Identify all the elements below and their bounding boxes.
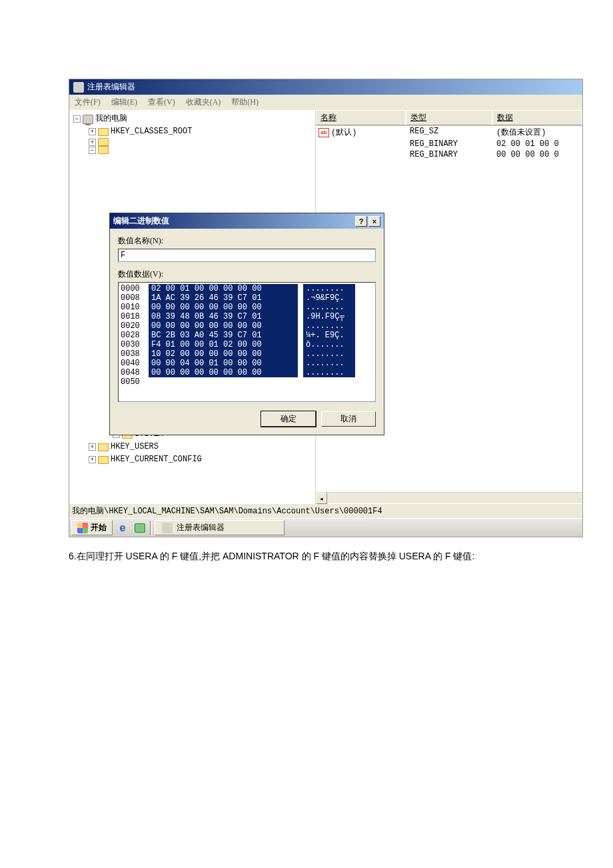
scroll-left-icon[interactable]: ◂ (316, 493, 327, 504)
dialog-titlebar: 编辑二进制数值 ? × (110, 213, 384, 229)
scrollbar-horizontal[interactable]: ◂ (316, 492, 582, 503)
app-icon (162, 523, 173, 533)
close-button[interactable]: × (368, 216, 380, 227)
list-row[interactable]: REG_BINARY 00 00 00 00 0 (316, 149, 582, 160)
expander-icon[interactable]: + (89, 139, 96, 146)
taskbar: 开始 e 注册表编辑器 (69, 518, 582, 537)
col-type[interactable]: 类型 (406, 110, 492, 125)
expander-icon[interactable]: − (73, 115, 81, 123)
menu-help[interactable]: 帮助(H) (231, 97, 259, 108)
app-icon (73, 82, 84, 93)
menu-view[interactable]: 查看(V) (148, 97, 175, 108)
figure-caption: 6.在同理打开 USERA 的 F 键值,并把 ADMINISTRATOR 的 … (69, 551, 583, 563)
computer-icon (83, 115, 93, 124)
tree-item[interactable]: HKEY_CLASSES_ROOT (111, 125, 192, 138)
menu-bar: 文件(F) 编辑(E) 查看(V) 收藏夹(A) 帮助(H) (69, 95, 582, 110)
folder-icon (98, 138, 109, 146)
start-button[interactable]: 开始 (71, 520, 113, 535)
folder-icon (98, 128, 109, 136)
ok-button[interactable]: 确定 (261, 411, 316, 427)
start-label: 开始 (91, 522, 107, 533)
value-name: (默认) (331, 127, 356, 138)
col-name[interactable]: 名称 (316, 110, 406, 125)
expander-icon[interactable]: + (89, 456, 96, 463)
folder-icon (98, 456, 109, 464)
edit-binary-dialog: 编辑二进制数值 ? × 数值名称(N): 数值数据(V): 000002 00 … (109, 213, 384, 435)
windows-logo-icon (77, 523, 88, 533)
value-type: REG_BINARY (406, 139, 492, 149)
hex-editor[interactable]: 000002 00 01 00 00 00 00 00........00081… (118, 282, 376, 402)
status-bar: 我的电脑\HKEY_LOCAL_MACHINE\SAM\SAM\Domains\… (69, 503, 582, 518)
name-label: 数值名称(N): (118, 235, 376, 247)
value-data: (数值未设置) (492, 127, 582, 138)
col-data[interactable]: 数据 (492, 110, 582, 125)
folder-icon (98, 146, 109, 154)
desktop-icon[interactable] (133, 521, 147, 535)
cancel-button[interactable]: 取消 (321, 411, 376, 427)
expander-icon[interactable]: − (89, 147, 96, 154)
tree-root[interactable]: 我的电脑 (95, 113, 127, 125)
value-data: 02 00 01 00 0 (492, 139, 582, 149)
list-header: 名称 类型 数据 (316, 110, 582, 126)
list-row[interactable]: ab(默认) REG_SZ (数值未设置) (316, 126, 582, 139)
help-button[interactable]: ? (355, 216, 367, 227)
taskbar-app-label: 注册表编辑器 (177, 522, 225, 533)
tree-item[interactable]: HKEY_CURRENT_CONFIG (111, 453, 202, 466)
value-type: REG_SZ (406, 127, 492, 138)
taskbar-divider (150, 521, 152, 535)
data-label: 数值数据(V): (118, 269, 376, 280)
folder-icon (98, 443, 109, 451)
menu-edit[interactable]: 编辑(E) (111, 97, 137, 108)
taskbar-app-button[interactable]: 注册表编辑器 (155, 520, 285, 535)
value-type: REG_BINARY (406, 150, 492, 159)
expander-icon[interactable]: + (89, 128, 96, 135)
window-titlebar: 注册表编辑器 (69, 79, 582, 95)
dialog-title: 编辑二进制数值 (113, 215, 169, 227)
expander-icon[interactable]: + (89, 443, 96, 451)
menu-file[interactable]: 文件(F) (75, 97, 101, 108)
window-title: 注册表编辑器 (87, 81, 135, 93)
value-data: 00 00 00 00 0 (492, 150, 582, 159)
value-name-input[interactable] (118, 249, 376, 262)
menu-favorites[interactable]: 收藏夹(A) (186, 97, 221, 108)
ie-icon[interactable]: e (115, 521, 130, 535)
reg-sz-icon: ab (318, 128, 329, 137)
list-row[interactable]: REG_BINARY 02 00 01 00 0 (316, 139, 582, 149)
tree-item[interactable]: HKEY_USERS (111, 441, 159, 453)
